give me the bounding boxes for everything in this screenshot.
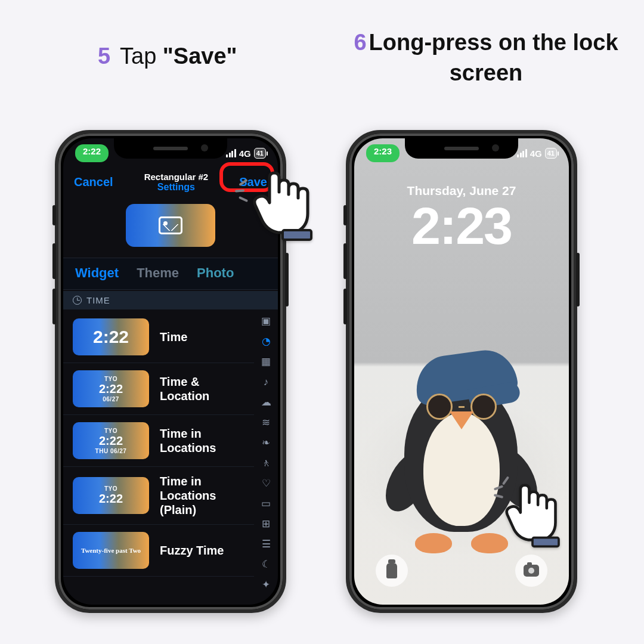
status-time-pill[interactable]: 2:23 [366,144,400,162]
volume-up-button[interactable] [52,243,56,279]
svg-rect-1 [532,538,559,547]
nav-title-sub[interactable]: Settings [144,182,209,193]
list-item[interactable]: TYO 2:22 Time in Locations (Plain) [63,467,254,525]
tab-theme[interactable]: Theme [137,265,179,281]
widget-thumb: TYO 2:22 THU 06/27 [73,422,149,459]
image-icon [159,216,182,234]
battery-icon: 41 [545,148,557,159]
clock-icon [73,296,82,305]
category-rail[interactable]: ▣ ◔ ▦ ♪ ☁ ≋ ❧ 🚶︎ ♡ ▭ ⊞ ☰ ☾ ✦ [258,310,274,600]
step-6-number: 6 [354,30,366,55]
calendar-icon[interactable]: ▦ [261,357,271,367]
volume-down-button[interactable] [52,289,56,324]
status-right: 4G 41 [517,144,557,162]
nav-title-main: Rectangular #2 [144,172,209,182]
battery-icon: 41 [254,148,266,159]
widget-preview[interactable] [126,204,215,247]
mute-switch[interactable] [343,205,347,225]
widget-settings-app: 2:22 4G 41 Cancel Rectangular #2 Setting… [63,138,278,605]
tab-photo[interactable]: Photo [197,265,234,281]
flashlight-icon [386,563,397,578]
tab-widget[interactable]: Widget [75,265,119,281]
time-icon[interactable]: ◔ [262,336,271,346]
moon-icon[interactable]: ☾ [262,559,271,569]
list-item[interactable]: 2:22 Time [63,311,254,363]
status-right: 4G 41 [226,144,266,162]
svg-rect-0 [283,230,311,240]
cancel-button[interactable]: Cancel [74,175,113,189]
camera-icon [524,565,539,577]
widget-thumb: TYO 2:22 06/27 [73,370,149,407]
flashlight-button[interactable] [376,555,408,587]
step-6-caption: 6Long-press on the lock screen [343,27,629,89]
list-item[interactable]: Twenty-five past Two Fuzzy Time [63,525,254,577]
weather-icon[interactable]: ☁ [261,397,271,407]
network-label: 4G [530,148,542,159]
tap-hand-icon [500,483,565,551]
widget-label: Time [160,330,187,344]
widget-label: Time in Locations (Plain) [160,474,249,517]
widget-label: Time & Location [160,374,249,403]
segment-tabs: Widget Theme Photo [63,258,278,290]
section-header-time: TIME [63,291,278,309]
volume-up-button[interactable] [343,243,347,279]
leaf-icon[interactable]: ❧ [262,438,270,448]
battery-cat-icon[interactable]: ▭ [261,499,271,509]
lockscreen-time: 2:23 [354,196,569,256]
widget-thumb: Twenty-five past Two [73,532,149,569]
mute-switch[interactable] [52,205,56,225]
grid-icon[interactable]: ⊞ [262,519,270,529]
signal-icon [226,149,236,157]
volume-down-button[interactable] [343,289,347,324]
network-label: 4G [239,148,251,159]
camera-button[interactable] [515,555,547,587]
music-icon[interactable]: ♪ [264,377,269,387]
sliders-icon[interactable]: ☰ [262,539,271,549]
widget-thumb: 2:22 [73,318,149,355]
widget-list[interactable]: 2:22 Time TYO 2:22 06/27 Time & Location… [63,311,254,605]
tap-hand-icon [247,171,318,244]
status-time-pill[interactable]: 2:22 [75,144,109,162]
power-button[interactable] [285,253,289,306]
sparkle-icon[interactable]: ✦ [262,580,270,590]
step-6-text: Long-press on the lock screen [369,30,618,85]
list-item[interactable]: TYO 2:22 06/27 Time & Location [63,363,254,415]
step-5-number: 5 [98,44,110,69]
step-5-bold: "Save" [163,44,237,69]
widget-label: Fuzzy Time [160,543,224,558]
photo-icon[interactable]: ▣ [261,316,271,326]
list-item[interactable]: TYO 2:22 THU 06/27 Time in Locations [63,415,254,467]
step-5-prefix: Tap [120,44,163,69]
section-title: TIME [86,295,110,305]
signal-icon [517,149,527,157]
notch [114,138,227,159]
step-5-caption: 5 Tap "Save" [98,44,237,69]
widget-thumb: TYO 2:22 [73,477,149,514]
power-button[interactable] [576,253,580,306]
heart-icon[interactable]: ♡ [262,478,271,488]
wind-icon[interactable]: ≋ [262,417,270,428]
nav-title: Rectangular #2 Settings [144,172,209,193]
widget-label: Time in Locations [160,426,249,455]
notch [405,138,518,159]
walk-icon[interactable]: 🚶︎ [261,458,271,468]
